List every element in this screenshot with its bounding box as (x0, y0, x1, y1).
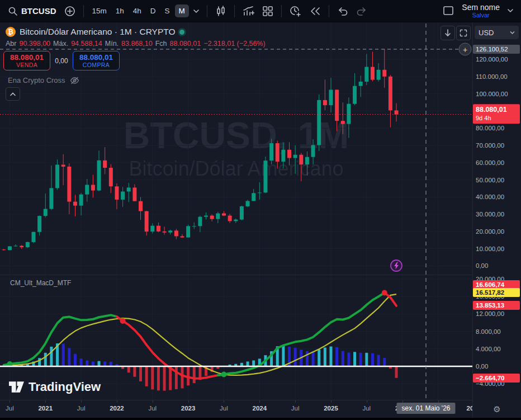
eye-off-icon[interactable] (70, 77, 79, 84)
collapse-legend-button[interactable] (6, 87, 20, 101)
undo-arrow-icon (337, 6, 348, 16)
spread-value: 0,00 (50, 57, 73, 65)
time-axis-label: 2023 (181, 405, 196, 412)
open-label: Abr (6, 40, 16, 48)
layout-name-button[interactable]: Sem nome Salvar (462, 3, 500, 18)
create-alert-button[interactable] (286, 3, 305, 19)
close-label: Fch (155, 40, 167, 48)
time-axis-tick (81, 400, 82, 403)
time-axis-tick (295, 400, 296, 403)
symbol-search-button[interactable]: BTCUSD (4, 4, 60, 18)
crosshair-price-label: 126.100,52 (473, 45, 520, 54)
redo-button[interactable] (353, 4, 371, 18)
time-axis-label: 2022 (110, 405, 124, 412)
symbol-name: BTCUSD (21, 6, 56, 16)
time-axis-tick (45, 400, 46, 403)
manage-layouts-button[interactable] (439, 3, 457, 18)
toolbar-separator (281, 5, 282, 17)
interval-button-4h[interactable]: 4h (129, 4, 145, 17)
price-axis-label: 80.000,00 (476, 125, 504, 131)
last-price-value: 88.080,01 (476, 106, 517, 115)
macd-line (117, 317, 218, 379)
grid-layout-icon (262, 6, 273, 17)
time-axis-label: Jul (362, 405, 371, 412)
tradingview-logo[interactable]: TradingView (9, 380, 101, 394)
price-axis-label: 70.000,00 (476, 142, 504, 149)
macd-pane-title[interactable]: CM_Ult_MacD_MTF (10, 279, 71, 287)
symbol-title[interactable]: Bitcoin/Dólar Americano · 1M · CRYPTO (20, 27, 176, 37)
interval-button-M[interactable]: M (175, 4, 189, 17)
layout-dropdown-button[interactable] (504, 6, 517, 15)
interval-button-1h[interactable]: 1h (112, 4, 128, 17)
open-value: 90.398,00 (19, 40, 50, 48)
bar-countdown: 9d 4h (476, 115, 517, 122)
time-axis-tick (188, 400, 189, 403)
interval-button-15m[interactable]: 15m (88, 4, 111, 17)
pane-divider[interactable] (0, 275, 472, 275)
time-axis-tick (117, 400, 117, 403)
macd-axis-label: 4.000,00 (476, 346, 501, 352)
toolbar-separator (207, 5, 207, 17)
crosshair-date-label: sex. 01 Maio '26 (396, 403, 455, 414)
toolbar-separator (329, 5, 329, 17)
market-status-icon[interactable] (179, 30, 184, 35)
price-axis-label: 120.000,00 (476, 56, 508, 63)
macd-cross-dot (221, 371, 226, 377)
alert-clock-plus-icon (290, 6, 302, 17)
crosshair-add-alert-button[interactable]: + (459, 43, 472, 56)
toolbar-separator (83, 5, 84, 17)
macd-axis-label: 0,00 (476, 363, 488, 370)
buy-price: 88.080,01 (79, 53, 113, 62)
sell-button[interactable]: 88.080,01 VENDA (3, 51, 50, 70)
gear-icon: ⚙ (493, 404, 500, 414)
time-axis-tick (224, 400, 224, 403)
time-axis-settings-button[interactable]: ⚙ (473, 400, 521, 418)
undo-button[interactable] (334, 4, 352, 18)
indicators-icon (243, 6, 254, 17)
candlestick-chart-icon (215, 6, 226, 17)
compare-add-symbol-button[interactable] (61, 3, 79, 19)
scroll-to-recent-button[interactable] (441, 26, 455, 40)
tradingview-logo-text: TradingView (29, 380, 101, 394)
macd-cross-dot (120, 318, 126, 324)
search-icon (8, 6, 18, 16)
indicator-legend: Ena Crypto Cross (8, 76, 79, 84)
toolbar-separator (234, 5, 235, 17)
ohlc-row: Abr 90.398,00 Máx. 94.588,14 Mín. 83.868… (6, 40, 266, 48)
interval-button-D[interactable]: D (146, 4, 160, 17)
macd-cross-dot (382, 290, 387, 296)
indicators-button[interactable] (239, 3, 258, 19)
time-axis-tick (10, 400, 10, 403)
time-axis-label: 2024 (253, 405, 267, 412)
currency-selector[interactable]: USD (475, 26, 519, 39)
window-edge (0, 418, 521, 420)
flash-lightning-icon[interactable] (390, 259, 403, 272)
time-axis-label: Jul (77, 405, 86, 412)
interval-dropdown-button[interactable] (190, 7, 202, 16)
time-axis-label: 2027 (467, 405, 472, 412)
top-toolbar: BTCUSD 15m1h4hDSM (0, 0, 521, 22)
maximize-pane-button[interactable] (456, 26, 471, 40)
price-axis-label: 60.000,00 (476, 159, 504, 166)
change-value: −2.318,01 (−2,56%) (203, 40, 266, 48)
indicator-name[interactable]: Ena Crypto Cross (8, 76, 65, 84)
bar-replay-button[interactable] (306, 4, 324, 18)
tradingview-app: BTCUSD 15m1h4hDSM (0, 0, 521, 420)
time-axis-label: 2021 (38, 405, 53, 412)
layout-grid-button[interactable] (259, 3, 277, 19)
low-label: Mín. (105, 40, 119, 48)
buy-button[interactable]: 88.080,01 COMPRA (73, 51, 120, 70)
tradingview-logo-icon (9, 381, 24, 393)
chart-style-button[interactable] (212, 3, 230, 19)
redo-arrow-icon (356, 6, 367, 16)
price-axis-label: 20.000,00 (476, 228, 504, 235)
time-axis[interactable]: sex. 01 Maio '26 Jul2021Jul2022Jul2023Ju… (0, 400, 472, 418)
high-value: 94.588,14 (71, 40, 102, 48)
save-layout-link[interactable]: Salvar (472, 12, 490, 18)
interval-button-S[interactable]: S (161, 4, 174, 17)
plus-circle-icon (64, 6, 75, 17)
interval-group: 15m1h4hDSM (88, 4, 189, 17)
low-value: 83.868,10 (121, 40, 153, 48)
sell-price: 88.080,01 (10, 53, 44, 62)
last-price-label: 88.080,01 9d 4h (473, 104, 520, 124)
